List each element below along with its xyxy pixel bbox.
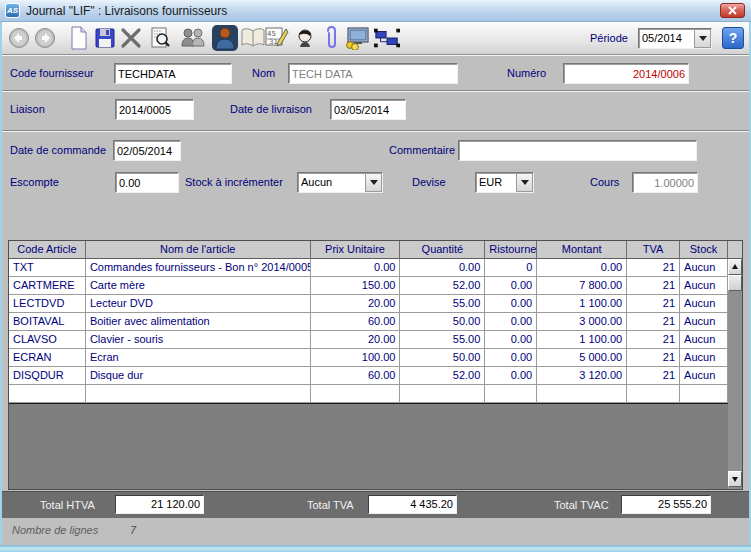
table-cell[interactable]: Aucun bbox=[680, 259, 728, 277]
table-cell[interactable]: CLAVSO bbox=[9, 331, 86, 349]
table-cell[interactable]: 0.00 bbox=[485, 331, 537, 349]
table-cell[interactable]: Disque dur bbox=[86, 367, 311, 385]
table-cell[interactable]: Aucun bbox=[680, 313, 728, 331]
table-cell[interactable]: Aucun bbox=[680, 331, 728, 349]
table-cell[interactable]: 0.00 bbox=[400, 259, 485, 277]
table-cell[interactable]: 0.00 bbox=[485, 349, 537, 367]
stock-incrementer-select[interactable]: Aucun bbox=[297, 172, 383, 193]
table-cell[interactable]: TXT bbox=[9, 259, 86, 277]
table-cell[interactable]: 20.00 bbox=[311, 295, 401, 313]
table-cell[interactable]: 0.00 bbox=[537, 259, 627, 277]
table-empty-row[interactable] bbox=[9, 385, 728, 403]
forward-icon[interactable] bbox=[32, 24, 58, 52]
new-document-icon[interactable] bbox=[66, 24, 92, 52]
table-cell[interactable]: 21 bbox=[627, 313, 680, 331]
person-active-icon[interactable] bbox=[212, 24, 238, 52]
table-cell[interactable]: 0.00 bbox=[485, 313, 537, 331]
back-icon[interactable] bbox=[6, 24, 32, 52]
transfer-icon[interactable] bbox=[374, 24, 400, 52]
table-cell[interactable]: 0.00 bbox=[311, 259, 401, 277]
table-cell[interactable]: 100.00 bbox=[311, 349, 401, 367]
table-row[interactable]: LECTDVDLecteur DVD20.0055.000.001 100.00… bbox=[9, 295, 728, 313]
calendar-edit-icon[interactable]: 4531 bbox=[264, 24, 290, 52]
table-cell[interactable]: 21 bbox=[627, 331, 680, 349]
table-cell[interactable]: 3 120.00 bbox=[537, 367, 627, 385]
table-cell[interactable]: 21 bbox=[627, 349, 680, 367]
contact-icon[interactable] bbox=[292, 24, 318, 52]
periode-combo[interactable]: 05/2014 bbox=[638, 28, 712, 49]
commentaire-input[interactable] bbox=[458, 140, 697, 161]
table-cell[interactable]: Carte mère bbox=[86, 277, 311, 295]
table-cell[interactable]: 55.00 bbox=[400, 295, 485, 313]
table-cell[interactable]: 1 100.00 bbox=[537, 295, 627, 313]
date-commande-input[interactable] bbox=[113, 140, 181, 161]
table-cell[interactable]: Boitier avec alimentation bbox=[86, 313, 311, 331]
table-cell[interactable]: 0.00 bbox=[485, 295, 537, 313]
devise-select[interactable]: EUR bbox=[475, 172, 534, 193]
close-button[interactable] bbox=[720, 3, 745, 18]
table-cell[interactable]: Lecteur DVD bbox=[86, 295, 311, 313]
periode-dropdown-icon[interactable] bbox=[694, 29, 711, 48]
table-row[interactable]: TXTCommandes fournisseurs - Bon n° 2014/… bbox=[9, 259, 728, 277]
table-cell[interactable]: DISQDUR bbox=[9, 367, 86, 385]
table-cell[interactable]: Aucun bbox=[680, 367, 728, 385]
table-cell[interactable]: 0 bbox=[485, 259, 537, 277]
table-cell[interactable]: 50.00 bbox=[400, 349, 485, 367]
table-cell[interactable]: 150.00 bbox=[311, 277, 401, 295]
date-livraison-input[interactable] bbox=[330, 99, 406, 120]
table-cell[interactable]: 52.00 bbox=[400, 367, 485, 385]
table-cell[interactable]: Clavier - souris bbox=[86, 331, 311, 349]
table-row[interactable]: CARTMERECarte mère150.0052.000.007 800.0… bbox=[9, 277, 728, 295]
table-cell[interactable]: 21 bbox=[627, 259, 680, 277]
devise-dropdown-icon[interactable] bbox=[516, 173, 533, 192]
save-icon[interactable] bbox=[92, 24, 118, 52]
table-cell[interactable] bbox=[680, 385, 728, 403]
table-cell[interactable]: 5 000.00 bbox=[537, 349, 627, 367]
delete-icon[interactable] bbox=[118, 24, 144, 52]
table-cell[interactable]: 60.00 bbox=[311, 313, 401, 331]
scroll-down-button[interactable] bbox=[728, 471, 742, 487]
table-cell[interactable]: LECTDVD bbox=[9, 295, 86, 313]
table-cell[interactable]: Aucun bbox=[680, 349, 728, 367]
table-cell[interactable] bbox=[86, 385, 311, 403]
table-cell[interactable]: 21 bbox=[627, 295, 680, 313]
table-cell[interactable]: 20.00 bbox=[311, 331, 401, 349]
table-cell[interactable]: 0.00 bbox=[485, 367, 537, 385]
attachment-icon[interactable] bbox=[318, 24, 344, 52]
table-row[interactable]: CLAVSOClavier - souris20.0055.000.001 10… bbox=[9, 331, 728, 349]
catalog-book-icon[interactable] bbox=[240, 24, 266, 52]
table-cell[interactable] bbox=[627, 385, 680, 403]
table-cell[interactable] bbox=[400, 385, 485, 403]
liaison-input[interactable] bbox=[115, 99, 194, 120]
search-document-icon[interactable] bbox=[148, 24, 174, 52]
table-cell[interactable]: 55.00 bbox=[400, 331, 485, 349]
stock-dropdown-icon[interactable] bbox=[365, 173, 382, 192]
help-button[interactable]: ? bbox=[722, 27, 744, 49]
table-row[interactable]: ECRANEcran100.0050.000.005 000.0021Aucun bbox=[9, 349, 728, 367]
table-cell[interactable]: 0.00 bbox=[485, 277, 537, 295]
table-cell[interactable] bbox=[537, 385, 627, 403]
payment-icon[interactable] bbox=[344, 24, 370, 52]
vertical-scrollbar[interactable] bbox=[728, 241, 742, 489]
table-cell[interactable]: 1 100.00 bbox=[537, 331, 627, 349]
table-cell[interactable]: Commandes fournisseurs - Bon n° 2014/000… bbox=[86, 259, 311, 277]
table-cell[interactable]: Aucun bbox=[680, 295, 728, 313]
table-cell[interactable]: 21 bbox=[627, 277, 680, 295]
table-cell[interactable]: ECRAN bbox=[9, 349, 86, 367]
suppliers-group-icon[interactable] bbox=[180, 24, 206, 52]
table-cell[interactable]: 21 bbox=[627, 367, 680, 385]
scroll-thumb[interactable] bbox=[728, 275, 742, 291]
table-cell[interactable]: 52.00 bbox=[400, 277, 485, 295]
table-cell[interactable]: Ecran bbox=[86, 349, 311, 367]
table-cell[interactable]: BOITAVAL bbox=[9, 313, 86, 331]
table-row[interactable]: BOITAVALBoitier avec alimentation60.0050… bbox=[9, 313, 728, 331]
table-cell[interactable]: CARTMERE bbox=[9, 277, 86, 295]
code-fournisseur-input[interactable] bbox=[114, 63, 232, 84]
table-cell[interactable] bbox=[485, 385, 537, 403]
table-row[interactable]: DISQDURDisque dur60.0052.000.003 120.002… bbox=[9, 367, 728, 385]
numero-input[interactable] bbox=[563, 63, 689, 84]
escompte-input[interactable] bbox=[115, 172, 179, 193]
table-cell[interactable]: Aucun bbox=[680, 277, 728, 295]
table-cell[interactable]: 50.00 bbox=[400, 313, 485, 331]
table-cell[interactable]: 3 000.00 bbox=[537, 313, 627, 331]
